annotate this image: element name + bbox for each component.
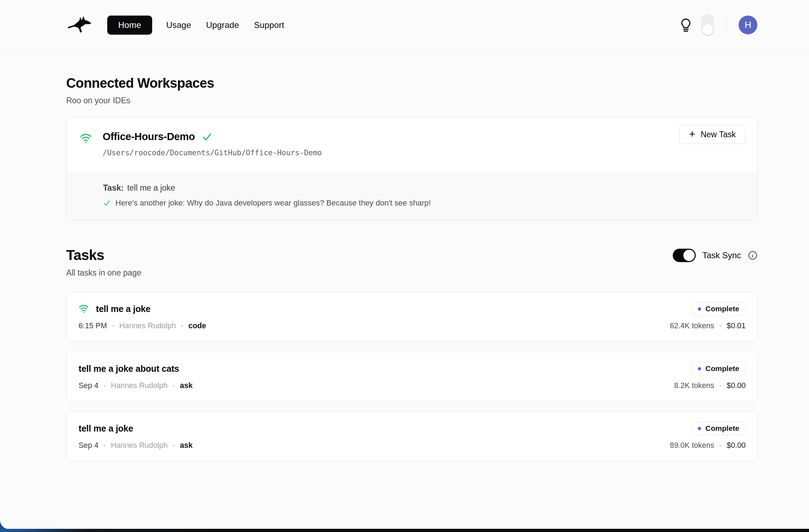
task-time: Sep 4 [79,381,98,390]
status-dot [698,307,701,311]
task-meta-left: 6:15 PM Hannes Rudolph code [79,322,206,330]
workspace-card: Office-Hours-Demo /Users/roocode/Documen… [66,117,758,220]
workspace-title-row: Office-Hours-Demo [103,131,322,143]
avatar[interactable]: H [739,16,757,34]
task-text: tell me a joke [127,183,175,192]
connected-workspaces-title: Connected Workspaces [66,76,758,91]
wifi-connected-icon [80,133,92,144]
task-meta-left: Sep 4 Hannes Rudolph ask [79,381,193,390]
tasks-subtitle: All tasks in one page [66,268,758,278]
header-divider [726,16,727,35]
task-sync-cluster: Task Sync [673,249,758,262]
status-dot [698,367,701,370]
workspace-path: /Users/roocode/Documents/GitHub/Office-H… [103,149,322,157]
task-sync-label: Task Sync [702,250,741,260]
lightbulb-icon[interactable] [680,18,693,32]
new-task-button[interactable]: + New Task [679,125,746,144]
roo-kangaroo-logo-icon[interactable] [66,15,96,35]
dot-separator [173,445,174,446]
status-badge: Complete [692,422,746,435]
task-title: tell me a joke [79,423,133,434]
task-row[interactable]: tell me a joke about cats Complete Sep 4… [66,352,758,401]
dot-separator [173,385,174,387]
nav-item-upgrade[interactable]: Upgrade [205,16,240,35]
status-label: Complete [705,424,739,433]
task-list: tell me a joke Complete 6:15 PM Hannes R… [66,292,758,482]
dot-separator [112,325,114,327]
wifi-connected-icon [79,304,89,313]
task-row-title-group: tell me a joke [79,304,150,314]
task-sync-toggle-knob [683,250,695,261]
task-meta-right: 8.2K tokens $0.00 [674,381,746,390]
top-navbar: Home Usage Upgrade Support H [0,0,809,50]
theme-toggle[interactable] [701,14,714,36]
dot-separator [181,325,183,327]
task-row[interactable]: tell me a joke Complete Sep 4 Hannes Rud… [66,411,758,461]
nav-item-home[interactable]: Home [107,16,152,35]
task-user: Hannes Rudolph [119,322,176,330]
tasks-header: Tasks Task Sync [66,247,758,263]
task-row-meta: Sep 4 Hannes Rudolph ask 89.0K tokens $0… [79,441,746,450]
status-label: Complete [705,364,739,373]
main-nav: Home Usage Upgrade Support [107,16,285,35]
dot-separator [104,445,105,446]
plus-icon: + [689,129,695,139]
task-tokens: 62.4K tokens [670,322,715,330]
task-meta-left: Sep 4 Hannes Rudolph ask [79,441,193,450]
task-tokens: 89.0K tokens [670,441,715,450]
task-meta-right: 89.0K tokens $0.00 [670,441,746,450]
task-time: Sep 4 [79,441,98,450]
task-row-title-group: tell me a joke about cats [79,364,179,374]
task-row-top: tell me a joke Complete [79,302,746,316]
workspace-verified-check-icon [202,132,212,142]
status-badge: Complete [692,302,746,316]
main-content: Connected Workspaces Roo on your IDEs Of… [0,76,809,482]
new-task-label: New Task [701,130,736,139]
task-meta-right: 62.4K tokens $0.01 [670,322,746,330]
task-row-title-group: tell me a joke [79,423,133,434]
task-title: tell me a joke about cats [79,364,179,374]
dot-separator [104,385,105,387]
workspace-info: Office-Hours-Demo /Users/roocode/Documen… [103,131,322,157]
task-user: Hannes Rudolph [111,441,167,450]
dot-separator [719,445,721,446]
app-window: Home Usage Upgrade Support H [0,0,809,532]
nav-item-support[interactable]: Support [253,16,285,35]
task-cost: $0.01 [727,322,746,330]
dot-separator [719,385,721,387]
task-row[interactable]: tell me a joke Complete 6:15 PM Hannes R… [66,292,758,341]
workspace-task-line: Task:tell me a joke [103,183,745,193]
task-row-top: tell me a joke about cats Complete [79,362,746,375]
task-result-text: Here's another joke: Why do Java develop… [115,198,431,208]
task-sync-toggle[interactable] [673,249,696,262]
info-icon[interactable] [748,250,758,260]
theme-toggle-knob [702,24,713,35]
roo-dashboard-page: Home Usage Upgrade Support H [0,0,809,529]
task-tokens: 8.2K tokens [674,381,715,390]
task-row-meta: 6:15 PM Hannes Rudolph code 62.4K tokens… [79,322,746,330]
task-mode: ask [180,441,193,450]
task-label: Task: [103,183,124,192]
background-window-edge [0,529,809,532]
task-mode: ask [180,381,193,390]
workspace-name: Office-Hours-Demo [103,131,195,143]
workspace-task-result: Here's another joke: Why do Java develop… [103,198,745,208]
task-cost: $0.00 [727,381,746,390]
status-label: Complete [705,305,739,313]
task-time: 6:15 PM [79,322,107,330]
task-cost: $0.00 [727,441,746,450]
workspace-card-header: Office-Hours-Demo /Users/roocode/Documen… [67,118,757,172]
task-row-meta: Sep 4 Hannes Rudolph ask 8.2K tokens $0.… [79,381,746,390]
header-actions: H [680,14,757,36]
task-title: tell me a joke [96,304,150,314]
result-check-icon [103,199,111,207]
tasks-title: Tasks [66,247,104,263]
task-user: Hannes Rudolph [111,381,167,390]
dot-separator [719,325,721,327]
status-badge: Complete [692,362,746,375]
nav-item-usage[interactable]: Usage [166,16,192,35]
status-dot [698,427,701,430]
task-row-top: tell me a joke Complete [79,422,746,435]
workspace-latest-task[interactable]: Task:tell me a joke Here's another joke:… [67,172,757,220]
connected-workspaces-subtitle: Roo on your IDEs [66,96,758,105]
